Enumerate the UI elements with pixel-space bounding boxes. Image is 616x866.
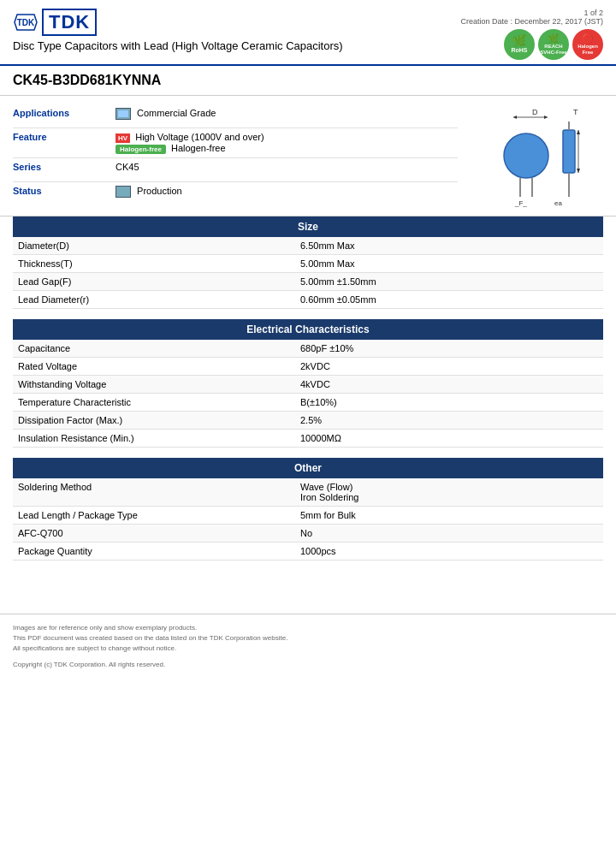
info-table: Applications Commercial Grade Feature HV… — [13, 104, 458, 207]
svg-marker-6 — [544, 116, 548, 119]
svg-point-7 — [504, 133, 548, 178]
diameter-row: Diameter(D) 6.50mm Max — [13, 237, 603, 255]
footer-note-3: All specifications are subject to change… — [13, 644, 603, 654]
logo: TDK TDK — [13, 9, 343, 36]
status-label: Status — [13, 186, 116, 196]
halogen-label: HalogenFree — [578, 44, 598, 55]
dissipation-row: Dissipation Factor (Max.) 2.5% — [13, 412, 603, 430]
svg-text:TDK: TDK — [17, 18, 35, 27]
size-title: Size — [13, 216, 603, 237]
reach-badge: 🌿 REACHSVHC-Free — [538, 29, 569, 60]
soldering-label: Soldering Method — [13, 478, 295, 507]
halogen-badge: 🚫 HalogenFree — [572, 29, 603, 60]
soldering-wave: Wave (Flow) — [300, 482, 598, 492]
svg-marker-16 — [577, 169, 580, 173]
thickness-row: Thickness(T) 5.00mm Max — [13, 255, 603, 273]
spec-section: Size Diameter(D) 6.50mm Max Thickness(T)… — [0, 216, 616, 579]
lead-gap-value: 5.00mm ±1.50mm — [295, 273, 603, 291]
series-value: CK45 — [116, 162, 458, 172]
rated-voltage-label: Rated Voltage — [13, 358, 295, 376]
package-qty-value: 1000pcs — [295, 543, 603, 561]
applications-text: Commercial Grade — [137, 108, 216, 118]
lead-gap-label: Lead Gap(F) — [13, 273, 295, 291]
applications-row: Applications Commercial Grade — [13, 104, 458, 128]
svg-text:_F_: _F_ — [514, 199, 527, 207]
diameter-value: 6.50mm Max — [295, 237, 603, 255]
insulation-value: 10000MΩ — [295, 430, 603, 448]
insulation-row: Insulation Resistance (Min.) 10000MΩ — [13, 430, 603, 448]
reach-label: REACHSVHC-Free — [540, 44, 566, 55]
monitor-icon — [116, 108, 131, 120]
temp-char-row: Temperature Characteristic B(±10%) — [13, 394, 603, 412]
diameter-label: Diameter(D) — [13, 237, 295, 255]
lead-length-label: Lead Length / Package Type — [13, 507, 295, 525]
halogen-free-text: Halogen-free — [171, 143, 226, 153]
rohs-label: RoHS — [511, 47, 527, 54]
package-qty-row: Package Quantity 1000pcs — [13, 543, 603, 561]
afc-value: No — [295, 525, 603, 543]
footer-note-1: Images are for reference only and show e… — [13, 623, 603, 633]
svg-marker-15 — [577, 130, 580, 134]
lead-gap-row: Lead Gap(F) 5.00mm ±1.50mm — [13, 273, 603, 291]
svg-rect-11 — [563, 130, 575, 173]
withstanding-voltage-value: 4kVDC — [295, 376, 603, 394]
afc-row: AFC-Q700 No — [13, 525, 603, 543]
part-number: CK45-B3DD681KYNNA — [13, 73, 603, 88]
page-title: Disc Type Capacitors with Lead (High Vol… — [13, 39, 343, 52]
insulation-label: Insulation Resistance (Min.) — [13, 430, 295, 448]
applications-value: Commercial Grade — [116, 108, 458, 120]
thickness-value: 5.00mm Max — [295, 255, 603, 273]
rohs-badge: 🌿 RoHS — [504, 29, 535, 60]
lead-diameter-row: Lead Diameter(r) 0.60mm ±0.05mm — [13, 291, 603, 309]
size-header: Size — [13, 216, 603, 237]
tdk-logo-icon: TDK — [13, 13, 38, 32]
lead-diameter-label: Lead Diameter(r) — [13, 291, 295, 309]
footer-copyright: Copyright (c) TDK Corporation. All right… — [13, 661, 603, 668]
temp-char-value: B(±10%) — [295, 394, 603, 412]
status-row: Status Production — [13, 182, 458, 206]
capacitor-diagram-svg: D T _F_ ea — [462, 104, 599, 207]
applications-label: Applications — [13, 108, 116, 118]
feature-value: HV High Voltage (1000V and over) Halogen… — [116, 132, 458, 154]
afc-label: AFC-Q700 — [13, 525, 295, 543]
soldering-iron: Iron Soldering — [300, 492, 598, 502]
creation-date: Creation Date : December 22, 2017 (JST) — [460, 17, 603, 26]
rated-voltage-value: 2kVDC — [295, 358, 603, 376]
other-title: Other — [13, 458, 603, 478]
electrical-table: Electrical Characteristics Capacitance 6… — [13, 319, 603, 448]
svg-text:D: D — [532, 108, 538, 116]
page-info: 1 of 2 — [460, 9, 603, 17]
part-number-section: CK45-B3DD681KYNNA — [0, 66, 616, 96]
package-qty-label: Package Quantity — [13, 543, 295, 561]
soldering-row: Soldering Method Wave (Flow) Iron Solder… — [13, 478, 603, 507]
series-label: Series — [13, 162, 116, 172]
header-left: TDK TDK Disc Type Capacitors with Lead (… — [13, 9, 343, 52]
status-text: Production — [137, 186, 182, 196]
thickness-label: Thickness(T) — [13, 255, 295, 273]
status-icon — [116, 186, 131, 198]
withstanding-voltage-row: Withstanding Voltage 4kVDC — [13, 376, 603, 394]
dissipation-label: Dissipation Factor (Max.) — [13, 412, 295, 430]
halogen-free-badge: Halogen-free — [116, 145, 166, 154]
logo-text: TDK — [42, 9, 97, 36]
component-diagram: D T _F_ ea — [458, 104, 603, 207]
feature-row: Feature HV High Voltage (1000V and over)… — [13, 128, 458, 158]
series-row: Series CK45 — [13, 158, 458, 182]
rated-voltage-row: Rated Voltage 2kVDC — [13, 358, 603, 376]
soldering-value: Wave (Flow) Iron Soldering — [295, 478, 603, 507]
withstanding-voltage-label: Withstanding Voltage — [13, 376, 295, 394]
footer-notes: Images are for reference only and show e… — [13, 623, 603, 654]
electrical-header: Electrical Characteristics — [13, 319, 603, 340]
page-footer: Images are for reference only and show e… — [0, 614, 616, 677]
svg-text:ea: ea — [554, 199, 562, 207]
dissipation-value: 2.5% — [295, 412, 603, 430]
size-table: Size Diameter(D) 6.50mm Max Thickness(T)… — [13, 216, 603, 309]
lead-diameter-value: 0.60mm ±0.05mm — [295, 291, 603, 309]
other-header: Other — [13, 458, 603, 478]
other-table: Other Soldering Method Wave (Flow) Iron … — [13, 458, 603, 561]
svg-marker-5 — [513, 116, 517, 119]
temp-char-label: Temperature Characteristic — [13, 394, 295, 412]
capacitance-row: Capacitance 680pF ±10% — [13, 340, 603, 358]
electrical-title: Electrical Characteristics — [13, 319, 603, 340]
info-section: Applications Commercial Grade Feature HV… — [0, 96, 616, 216]
